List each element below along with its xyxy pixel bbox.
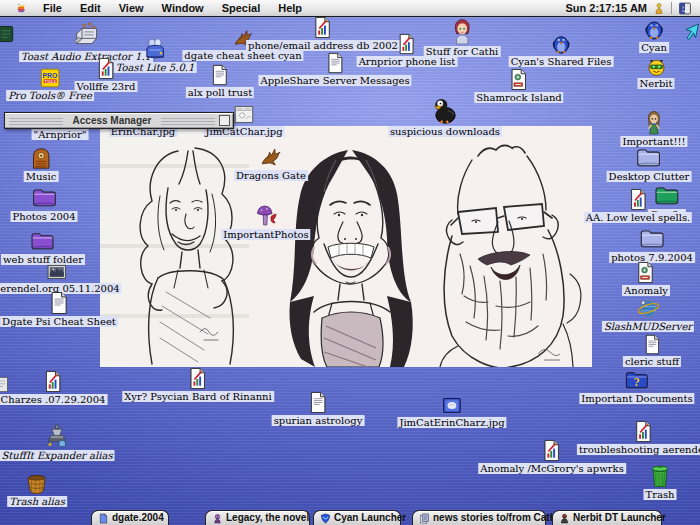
icon-label: Music <box>24 171 59 182</box>
icon-label: SlashMUDServer <box>602 321 694 332</box>
toaster-gray-icon <box>72 22 100 50</box>
trash-alias[interactable]: Trash alias <box>7 470 67 507</box>
icon-label: Cyan <box>639 42 669 53</box>
window-title: Access Manager <box>67 114 158 127</box>
globe-icon <box>636 297 659 320</box>
tab-sprite-purple-icon <box>212 513 223 524</box>
tab-dgate-2004[interactable]: dgate.2004 <box>91 510 169 525</box>
icon-label: Dgate Psi Cheat Sheet <box>0 316 118 327</box>
doc-stamp-icon <box>634 261 657 284</box>
photos-2004[interactable]: Photos 2004 <box>11 184 78 222</box>
icon-label: AppleShare Server Messages <box>258 75 411 86</box>
icon-label: Nerbit <box>637 78 674 89</box>
dgate-psi-cheat-sheet[interactable]: Dgate Psi Cheat Sheet <box>0 291 118 327</box>
protools-icon <box>39 67 61 89</box>
menu-view[interactable]: View <box>110 2 153 14</box>
mushroom-icon <box>254 203 279 228</box>
slashmudserver[interactable]: SlashMUDServer <box>602 297 694 332</box>
dragon-icon <box>258 144 283 169</box>
desktop-clutter[interactable]: Desktop Clutter <box>607 144 692 182</box>
doc-chart-icon <box>187 367 210 390</box>
icon-label: StuffIt Expander alias <box>0 450 115 461</box>
cleric-stuff[interactable]: cleric stuff <box>623 334 681 367</box>
menu-help[interactable]: Help <box>269 2 311 14</box>
doc-text-icon <box>641 334 662 355</box>
menu-clock[interactable]: Sun 2:17:15 AM <box>565 2 647 14</box>
tab-cyan-launcher[interactable]: Cyan Launcher <box>313 510 401 525</box>
icon-label: Anomaly <box>622 285 670 296</box>
icon-label: ImportantPhotos <box>221 229 310 240</box>
tab-doc-icon <box>98 513 109 524</box>
titlebar-stripes <box>161 116 215 125</box>
photos-7-9-2004[interactable]: photos 7.9.2004 <box>609 225 695 263</box>
menu-extra-icon[interactable] <box>653 2 665 15</box>
folder-icon <box>30 228 55 253</box>
important[interactable]: Important!!! <box>620 110 687 147</box>
web-stuff-folder[interactable]: web stuff folder <box>1 228 85 265</box>
photo-icon <box>46 261 67 282</box>
icon-label: Important Documents <box>579 393 694 404</box>
tab-sprite-dark-icon <box>559 513 570 524</box>
apple-menu[interactable] <box>6 2 34 15</box>
cyans-shared-files[interactable]: Cyan's Shared Files <box>509 32 614 67</box>
menu-window[interactable]: Window <box>153 2 213 14</box>
aa-low-level-spells[interactable]: AA. Low level spells. <box>584 188 692 223</box>
anomaly[interactable]: Anomaly <box>622 261 670 296</box>
penguin-icon <box>550 32 573 55</box>
xyr-psycian-bard[interactable]: Xyr? Psycian Bard of Rinanni <box>122 367 274 402</box>
corner-icon[interactable] <box>0 24 16 45</box>
spurian-astrology[interactable]: spurian astrology <box>272 391 365 426</box>
jimcaterincharz-jpg[interactable]: JimCatErinCharz.jpg <box>397 395 506 428</box>
icon-label: JimCatErinCharz.jpg <box>397 417 506 428</box>
girl-anime-icon <box>448 18 475 45</box>
menu-divider <box>671 2 672 14</box>
tab-shield-icon <box>320 513 331 524</box>
doc-text-icon <box>307 391 330 414</box>
nerbit[interactable]: Nerbit <box>637 57 674 89</box>
icon-label: Dragons Gate <box>234 170 308 181</box>
collapse-box[interactable] <box>219 115 230 126</box>
arnprior-disk[interactable]: "Arnprior" <box>32 129 89 140</box>
application-menu-icon[interactable] <box>678 2 692 15</box>
menu-file[interactable]: File <box>34 2 71 14</box>
girl2-icon <box>641 110 666 135</box>
icon-label: suspicious downloads <box>388 126 502 137</box>
menu-edit[interactable]: Edit <box>71 2 110 14</box>
tab-label: Legacy, the novel <box>226 511 309 525</box>
appleshare-server-messages[interactable]: AppleShare Server Messages <box>258 52 411 86</box>
music[interactable]: Music <box>24 147 59 182</box>
pro-tools-free[interactable]: Pro Tools® Free <box>6 67 94 101</box>
stuffit-expander-alias[interactable]: StuffIt Expander alias <box>0 424 115 461</box>
smiley-icon <box>646 57 666 77</box>
tab-nerbit-dt-launcher[interactable]: Nerbit DT Launcher <box>552 510 662 525</box>
dragons-gate[interactable]: Dragons Gate <box>234 144 308 181</box>
tab-legacy-the-novel[interactable]: Legacy, the novel <box>205 510 310 525</box>
vise-icon <box>44 424 69 449</box>
menu-bar: FileEditViewWindowSpecialHelp Sun 2:17:1… <box>0 0 700 17</box>
suspicious-downloads[interactable]: suspicious downloads <box>388 96 502 137</box>
doc-chart-icon <box>41 370 64 393</box>
menu-special[interactable]: Special <box>213 2 270 14</box>
mini-light-icon <box>0 376 10 393</box>
icon-label: "Arnprior" <box>32 129 89 140</box>
important-documents[interactable]: Important Documents <box>579 367 694 404</box>
access-manager-windowshade[interactable]: Access Manager <box>4 112 234 129</box>
stuff-for-cathi[interactable]: Stuff for Cathi <box>424 18 501 57</box>
cyan[interactable]: Cyan <box>639 17 669 53</box>
alx-poll-trust[interactable]: alx poll trust <box>186 64 254 98</box>
tab-news-stories[interactable]: news stories to/from Cathi <box>412 510 546 525</box>
thumb-blue-icon <box>441 395 462 416</box>
radio-icon <box>30 147 53 170</box>
trash[interactable]: Trash <box>644 463 677 500</box>
edge-sliver[interactable] <box>0 376 10 394</box>
mouse-cursor <box>684 23 700 40</box>
importantphotos[interactable]: ImportantPhotos <box>221 203 310 240</box>
icon-label: Anomaly /McGrory's apwrks <box>478 463 626 474</box>
aerendel-org[interactable]: aerendel.org 05.11.2004 <box>0 261 122 294</box>
icon-label: Xyr? Psycian Bard of Rinanni <box>122 391 274 402</box>
charzes[interactable]: Charzes .07.29.2004 <box>0 370 107 405</box>
doc-chart-icon <box>540 439 563 462</box>
doc-stamp-icon <box>508 68 531 91</box>
anomaly-mcgrorys-apwrks[interactable]: Anomaly /McGrory's apwrks <box>478 439 626 474</box>
icon-label: Trash <box>644 489 677 500</box>
